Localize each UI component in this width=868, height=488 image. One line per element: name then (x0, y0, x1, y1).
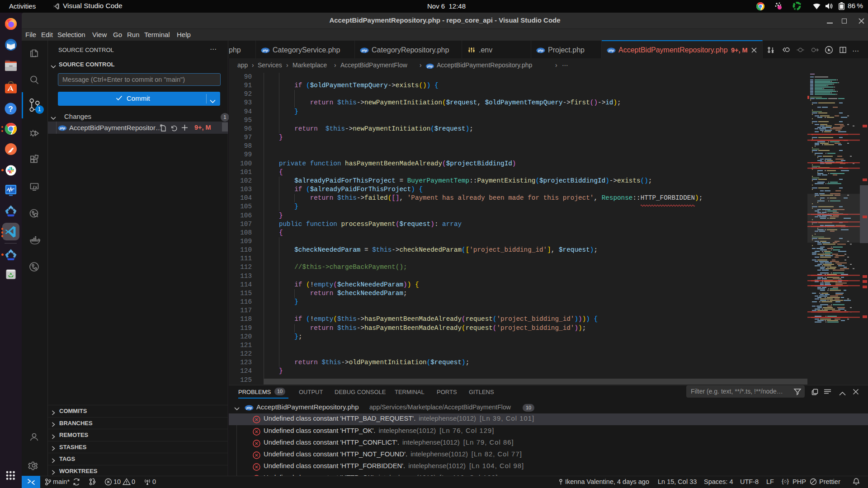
svg-text:php: php (59, 127, 65, 130)
svg-text:php: php (538, 49, 543, 52)
svg-text:php: php (262, 49, 268, 52)
svg-text:php: php (246, 406, 252, 410)
svg-text:php: php (608, 49, 614, 52)
svg-text:php: php (427, 65, 433, 68)
svg-text:php: php (361, 49, 367, 52)
svg-text:?: ? (8, 105, 13, 113)
